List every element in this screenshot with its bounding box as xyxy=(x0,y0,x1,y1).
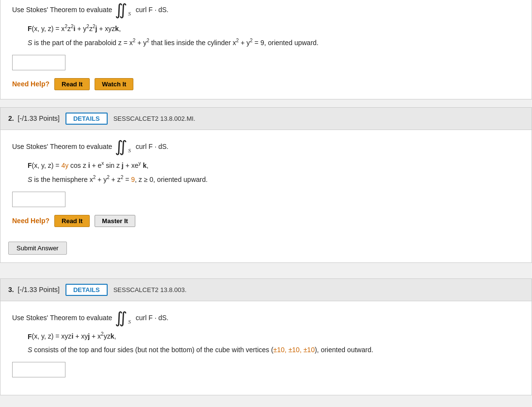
section-divider-2 xyxy=(0,271,532,278)
section3-body: Use Stokes' Theorem to evaluate ∬ S curl… xyxy=(0,301,532,395)
section3-evaluate-line: Use Stokes' Theorem to evaluate ∬ S curl… xyxy=(12,310,520,326)
section2-header: 2. [-/1.33 Points] DETAILS SESSCALCET2 1… xyxy=(0,108,532,130)
section3-math-block: F(x, y, z) = xyzi + xyj + x2yzk, S consi… xyxy=(28,330,520,356)
section2-body: Use Stokes' Theorem to evaluate ∬ S curl… xyxy=(0,130,532,237)
section3-number: 3. [-/1.33 Points] xyxy=(8,286,60,293)
section2-points: [-/1.33 Points] xyxy=(18,114,60,122)
section1-evaluate-text: Use Stokes' Theorem to evaluate xyxy=(12,6,112,14)
section1-f-line: F(x, y, z) = x2z2i + y2z2j + xyzk, xyxy=(28,22,520,34)
section1-curl-text: curl F · dS. xyxy=(136,6,169,14)
section3-integral: ∬ xyxy=(115,310,127,326)
section1-read-it-button[interactable]: Read It xyxy=(54,78,90,90)
section1-s-line: S is the part of the paraboloid z = x2 +… xyxy=(28,36,520,49)
section2-submit-button[interactable]: Submit Answer xyxy=(8,242,67,255)
section2-submit-row: Submit Answer xyxy=(0,237,532,262)
section1-answer-input[interactable] xyxy=(12,55,65,70)
section2-evaluate-line: Use Stokes' Theorem to evaluate ∬ S curl… xyxy=(12,139,520,154)
section3-header: 3. [-/1.33 Points] DETAILS SESSCALCET2 1… xyxy=(0,279,532,301)
section3-num-label: 3. xyxy=(8,286,14,293)
section1-integral-subscript: S xyxy=(128,11,131,16)
section3-s-line: S consists of the top and four sides (bu… xyxy=(28,344,520,356)
section2-num-label: 2. xyxy=(8,114,14,122)
section1-s-label: S xyxy=(28,39,32,47)
section3-code: SESSCALCET2 13.8.003. xyxy=(113,286,187,293)
section2-math-block: F(x, y, z) = 4y cos z i + ex sin z j + x… xyxy=(28,159,520,186)
section2-s-line: S is the hemisphere x2 + y2 + z2 = 9, z … xyxy=(28,173,520,185)
section2-f-bold: F xyxy=(28,162,32,169)
section3-details-button[interactable]: DETAILS xyxy=(65,284,108,296)
section2-curl-text: curl F · dS. xyxy=(136,143,169,150)
section3-points: [-/1.33 Points] xyxy=(18,286,60,293)
section1-need-help-label: Need Help? xyxy=(12,80,49,88)
section2-code: SESSCALCET2 13.8.002.MI. xyxy=(113,115,195,122)
section2-evaluate-text: Use Stokes' Theorem to evaluate xyxy=(12,143,112,150)
section1-integral: ∬ xyxy=(115,2,127,17)
section1-need-help-row: Need Help? Read It Watch It xyxy=(12,78,520,90)
section2-integral: ∬ xyxy=(115,139,127,154)
section1-f-label: F xyxy=(28,25,32,33)
section3-integral-subscript: S xyxy=(128,319,131,325)
section1-watch-it-button[interactable]: Watch It xyxy=(95,78,133,90)
question-section-2: 2. [-/1.33 Points] DETAILS SESSCALCET2 1… xyxy=(0,107,532,263)
section2-details-button[interactable]: DETAILS xyxy=(65,113,108,125)
section1-evaluate-line: Use Stokes' Theorem to evaluate ∬ S curl… xyxy=(12,2,520,17)
section3-evaluate-text: Use Stokes' Theorem to evaluate xyxy=(12,314,112,322)
section2-master-it-button[interactable]: Master It xyxy=(95,215,135,227)
section3-curl-text: curl F · dS. xyxy=(136,314,169,322)
section2-need-help-label: Need Help? xyxy=(12,217,49,225)
section2-need-help-row: Need Help? Read It Master It xyxy=(12,215,520,227)
section2-number: 2. [-/1.33 Points] xyxy=(8,114,60,122)
section2-f-line: F(x, y, z) = 4y cos z i + ex sin z j + x… xyxy=(28,159,520,171)
section-divider-1 xyxy=(0,99,532,107)
section3-f-line: F(x, y, z) = xyzi + xyj + x2yzk, xyxy=(28,330,520,342)
section1-math-block: F(x, y, z) = x2z2i + y2z2j + xyzk, S is … xyxy=(28,22,520,49)
section2-integral-subscript: S xyxy=(128,147,131,153)
section2-read-it-button[interactable]: Read It xyxy=(54,215,90,227)
section2-answer-input[interactable] xyxy=(12,192,65,207)
section3-answer-input[interactable] xyxy=(12,362,65,377)
question-section-3: 3. [-/1.33 Points] DETAILS SESSCALCET2 1… xyxy=(0,278,532,395)
